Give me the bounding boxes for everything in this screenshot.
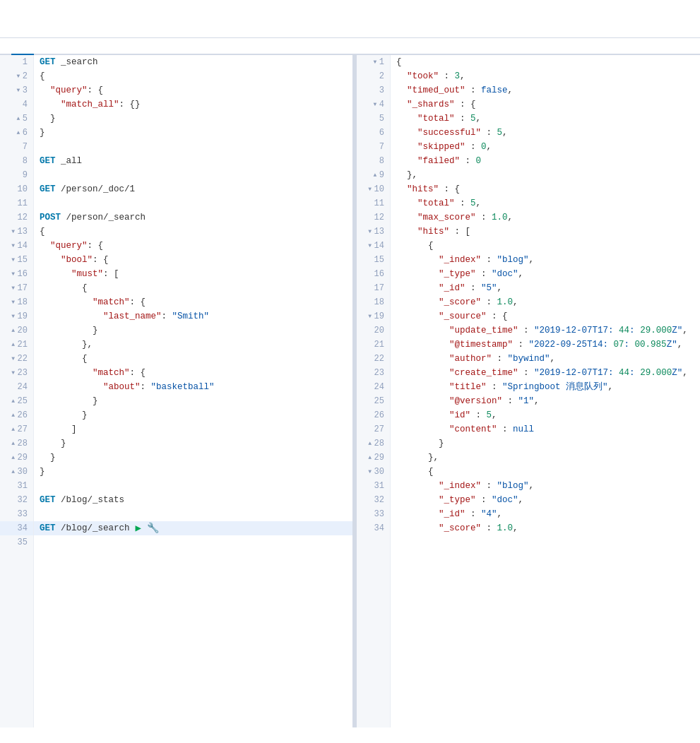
- editor-line-content-24[interactable]: "about": "basketball": [34, 380, 352, 394]
- editor-line-content-22[interactable]: {: [34, 352, 352, 366]
- output-line-content-27[interactable]: "content" : null: [391, 422, 700, 436]
- editor-line-content-4[interactable]: "match_all": {}: [34, 97, 352, 112]
- output-line-content-13[interactable]: "hits" : [: [391, 225, 700, 239]
- editor-line-content-31[interactable]: [34, 479, 352, 493]
- editor-line-content-5[interactable]: }: [34, 112, 352, 126]
- fold-arrow-18[interactable]: ▼: [11, 295, 16, 309]
- output-fold-arrow-1[interactable]: ▼: [372, 55, 378, 69]
- fold-arrow-19[interactable]: ▼: [11, 309, 16, 323]
- editor-line-content-32[interactable]: GET /blog/_stats: [34, 493, 352, 507]
- wrench-button[interactable]: 🔧: [147, 521, 159, 535]
- output-line-content-21[interactable]: "@timestamp" : "2022-09-25T14: 07: 00.98…: [391, 338, 700, 352]
- fold-arrow-22[interactable]: ▼: [11, 352, 16, 366]
- fold-arrow-21[interactable]: ▲: [11, 338, 16, 352]
- output-fold-arrow-29[interactable]: ▲: [367, 451, 373, 465]
- fold-arrow-27[interactable]: ▲: [11, 422, 16, 436]
- editor-line-content-11[interactable]: [34, 196, 352, 210]
- editor-line-content-14[interactable]: "query": {: [34, 239, 352, 253]
- output-line-content-29[interactable]: },: [391, 451, 700, 465]
- editor-line-content-25[interactable]: }: [34, 394, 352, 408]
- editor-line-content-12[interactable]: POST /person/_search: [34, 210, 352, 225]
- output-line-content-20[interactable]: "update_time" : "2019-12-07T17: 44: 29.0…: [391, 323, 700, 338]
- output-line-content-30[interactable]: {: [391, 465, 700, 479]
- output-code-content[interactable]: { "took" : 3, "timed_out" : false, "_sha…: [391, 55, 700, 727]
- output-line-content-33[interactable]: "_id" : "4",: [391, 507, 700, 521]
- output-line-content-32[interactable]: "_type" : "doc",: [391, 493, 700, 507]
- fold-arrow-13[interactable]: ▼: [11, 225, 16, 239]
- editor-line-content-30[interactable]: }: [34, 465, 352, 479]
- editor-code-content[interactable]: GET _search{ "query": { "match_all": {} …: [34, 55, 352, 727]
- editor-line-content-16[interactable]: "must": [: [34, 267, 352, 281]
- output-line-content-4[interactable]: "_shards" : {: [391, 97, 700, 112]
- editor-line-content-18[interactable]: "match": {: [34, 295, 352, 309]
- editor-line-content-6[interactable]: }: [34, 126, 352, 140]
- editor-line-content-17[interactable]: {: [34, 281, 352, 295]
- editor-line-content-9[interactable]: [34, 168, 352, 182]
- output-line-content-9[interactable]: },: [391, 168, 700, 182]
- output-fold-arrow-19[interactable]: ▼: [367, 309, 373, 323]
- editor-line-content-10[interactable]: GET /person/_doc/1: [34, 182, 352, 196]
- output-line-content-18[interactable]: "_score" : 1.0,: [391, 295, 700, 309]
- editor-line-content-34[interactable]: GET /blog/_search▶🔧: [34, 521, 352, 535]
- fold-arrow-30[interactable]: ▲: [11, 465, 16, 479]
- editor-line-content-35[interactable]: [34, 535, 352, 549]
- editor-line-content-1[interactable]: GET _search: [34, 55, 352, 69]
- editor-line-content-28[interactable]: }: [34, 436, 352, 451]
- output-line-content-10[interactable]: "hits" : {: [391, 182, 700, 196]
- tab-console[interactable]: [11, 38, 34, 55]
- fold-arrow-20[interactable]: ▲: [11, 323, 16, 338]
- output-line-content-11[interactable]: "total" : 5,: [391, 196, 700, 210]
- editor-line-content-23[interactable]: "match": {: [34, 366, 352, 380]
- editor-line-content-26[interactable]: }: [34, 408, 352, 422]
- fold-arrow-6[interactable]: ▲: [16, 126, 21, 140]
- output-line-content-23[interactable]: "create_time" : "2019-12-07T17: 44: 29.0…: [391, 366, 700, 380]
- fold-arrow-28[interactable]: ▲: [11, 436, 16, 451]
- output-line-content-34[interactable]: "_score" : 1.0,: [391, 521, 700, 535]
- editor-line-content-3[interactable]: "query": {: [34, 83, 352, 97]
- editor-line-content-27[interactable]: ]: [34, 422, 352, 436]
- output-line-content-3[interactable]: "timed_out" : false,: [391, 83, 700, 97]
- tab-search-profiler[interactable]: [34, 38, 57, 55]
- editor-line-content-29[interactable]: }: [34, 451, 352, 465]
- output-fold-arrow-30[interactable]: ▼: [367, 465, 373, 479]
- output-line-content-6[interactable]: "successful" : 5,: [391, 126, 700, 140]
- output-line-content-24[interactable]: "title" : "Springboot 消息队列",: [391, 380, 700, 394]
- output-line-content-17[interactable]: "_id" : "5",: [391, 281, 700, 295]
- output-line-content-22[interactable]: "author" : "bywind",: [391, 352, 700, 366]
- fold-arrow-23[interactable]: ▼: [11, 366, 16, 380]
- output-line-content-28[interactable]: }: [391, 436, 700, 451]
- fold-arrow-5[interactable]: ▲: [16, 112, 21, 126]
- output-line-content-8[interactable]: "failed" : 0: [391, 154, 700, 168]
- fold-arrow-25[interactable]: ▲: [11, 394, 16, 408]
- fold-arrow-2[interactable]: ▼: [16, 69, 21, 83]
- output-code-area[interactable]: ▼123▼45678▲9▼101112▼13▼1415161718▼192021…: [357, 55, 700, 727]
- output-fold-arrow-28[interactable]: ▲: [367, 436, 373, 451]
- output-fold-arrow-13[interactable]: ▼: [367, 225, 373, 239]
- output-line-content-1[interactable]: {: [391, 55, 700, 69]
- output-line-content-15[interactable]: "_index" : "blog",: [391, 253, 700, 267]
- run-button[interactable]: ▶: [136, 521, 141, 535]
- output-line-content-2[interactable]: "took" : 3,: [391, 69, 700, 83]
- output-fold-arrow-10[interactable]: ▼: [367, 182, 373, 196]
- output-fold-arrow-9[interactable]: ▲: [372, 168, 378, 182]
- fold-arrow-26[interactable]: ▲: [11, 408, 16, 422]
- output-line-content-5[interactable]: "total" : 5,: [391, 112, 700, 126]
- editor-line-content-15[interactable]: "bool": {: [34, 253, 352, 267]
- editor-line-content-21[interactable]: },: [34, 338, 352, 352]
- editor-line-content-33[interactable]: [34, 507, 352, 521]
- output-line-content-26[interactable]: "id" : 5,: [391, 408, 700, 422]
- tab-grok-debugger[interactable]: [57, 38, 79, 55]
- output-line-content-7[interactable]: "skipped" : 0,: [391, 140, 700, 154]
- output-line-content-31[interactable]: "_index" : "blog",: [391, 479, 700, 493]
- fold-arrow-3[interactable]: ▼: [16, 83, 21, 97]
- fold-arrow-17[interactable]: ▼: [11, 281, 16, 295]
- fold-arrow-16[interactable]: ▼: [11, 267, 16, 281]
- editor-line-content-8[interactable]: GET _all: [34, 154, 352, 168]
- fold-arrow-14[interactable]: ▼: [11, 239, 16, 253]
- editor-code-area[interactable]: 1▼2▼34▲5▲6789101112▼13▼14▼15▼16▼17▼18▼19…: [0, 55, 352, 727]
- fold-arrow-15[interactable]: ▼: [11, 253, 16, 267]
- output-line-content-12[interactable]: "max_score" : 1.0,: [391, 210, 700, 225]
- output-fold-arrow-14[interactable]: ▼: [367, 239, 373, 253]
- fold-arrow-29[interactable]: ▲: [11, 451, 16, 465]
- output-line-content-16[interactable]: "_type" : "doc",: [391, 267, 700, 281]
